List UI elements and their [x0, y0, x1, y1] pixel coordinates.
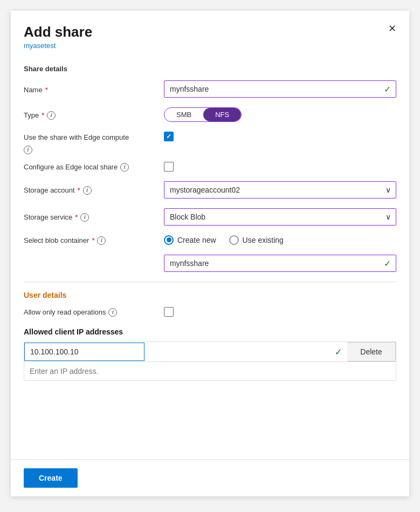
storage-service-select[interactable]: Block Blob — [164, 208, 396, 226]
read-only-row: Allow only read operations i — [24, 307, 396, 317]
storage-account-select[interactable]: mystorageaccount02 — [164, 181, 396, 199]
blob-container-control: Create new Use existing — [164, 235, 396, 245]
ip-row-1: ✓ Delete — [24, 342, 396, 361]
blob-container-label: Select blob container * i — [24, 235, 164, 245]
storage-account-info-icon[interactable]: i — [83, 186, 92, 195]
container-name-row: ✓ — [24, 255, 396, 272]
read-only-control — [164, 307, 396, 317]
ip-delete-button-1[interactable]: Delete — [347, 342, 396, 361]
container-name-spacer — [24, 263, 164, 264]
user-details-section-label: User details — [24, 291, 396, 299]
name-label: Name * — [24, 85, 164, 94]
share-details-section-label: Share details — [24, 65, 396, 73]
create-new-radio[interactable] — [164, 235, 174, 245]
storage-service-control: Block Blob ∨ — [164, 208, 396, 226]
storage-service-required: * — [75, 213, 78, 221]
edge-local-row: Configure as Edge local share i — [24, 162, 396, 172]
storage-account-select-wrapper: mystorageaccount02 ∨ — [164, 181, 396, 199]
storage-account-row: Storage account * i mystorageaccount02 ∨ — [24, 181, 396, 199]
blob-container-row: Select blob container * i Create new Use… — [24, 235, 396, 245]
name-input-wrapper: ✓ — [164, 80, 396, 98]
section-divider — [24, 282, 396, 282]
storage-service-info-icon[interactable]: i — [80, 213, 89, 222]
edge-compute-checkbox[interactable] — [164, 132, 174, 141]
create-new-option[interactable]: Create new — [164, 235, 216, 245]
read-only-checkbox[interactable] — [164, 307, 174, 317]
create-button[interactable]: Create — [24, 468, 78, 488]
name-required: * — [45, 86, 48, 94]
edge-compute-info-icon[interactable]: i — [24, 146, 32, 154]
edge-compute-row: Use the share with Edge compute — [24, 132, 396, 141]
dialog-title: Add share — [24, 24, 396, 40]
type-row: Type * i SMB NFS — [24, 107, 396, 122]
ip-input-1[interactable] — [24, 343, 144, 361]
edge-local-checkbox[interactable] — [164, 162, 174, 172]
name-checkmark: ✓ — [384, 84, 391, 94]
read-only-info-icon[interactable]: i — [108, 308, 117, 317]
storage-service-label: Storage service * i — [24, 212, 164, 222]
name-control: ✓ — [164, 80, 396, 98]
type-required: * — [42, 111, 44, 119]
ip-new-row — [24, 361, 396, 380]
use-existing-label: Use existing — [243, 236, 284, 244]
ip-section: Allowed client IP addresses ✓ Delete — [24, 327, 396, 381]
storage-account-required: * — [78, 186, 80, 194]
use-existing-option[interactable]: Use existing — [229, 235, 284, 245]
close-button[interactable]: ✕ — [386, 22, 398, 36]
container-name-input-wrapper: ✓ — [164, 255, 396, 272]
edge-local-control — [164, 162, 396, 172]
type-smb-option[interactable]: SMB — [164, 108, 203, 121]
dialog-body: Share details Name * ✓ Type * i — [11, 56, 409, 459]
type-toggle-group: SMB NFS — [164, 107, 242, 122]
ip-input-wrapper-1: ✓ — [24, 343, 347, 361]
edge-compute-control — [164, 132, 396, 141]
container-name-input[interactable] — [164, 255, 396, 272]
type-label: Type * i — [24, 110, 164, 120]
name-row: Name * ✓ — [24, 80, 396, 98]
storage-account-control: mystorageaccount02 ∨ — [164, 181, 396, 199]
create-new-label: Create new — [177, 236, 216, 244]
add-share-dialog: Add share myasetest ✕ Share details Name… — [11, 11, 409, 496]
ip-table: ✓ Delete — [24, 342, 396, 381]
ip-new-input[interactable] — [24, 362, 396, 380]
type-info-icon[interactable]: i — [47, 111, 56, 120]
edge-local-label: Configure as Edge local share i — [24, 162, 164, 172]
blob-container-info-icon[interactable]: i — [97, 236, 106, 245]
type-nfs-option[interactable]: NFS — [203, 108, 241, 121]
dialog-footer: Create — [11, 459, 409, 496]
use-existing-radio[interactable] — [229, 235, 239, 245]
blob-container-required: * — [92, 236, 94, 244]
storage-service-row: Storage service * i Block Blob ∨ — [24, 208, 396, 226]
container-name-checkmark: ✓ — [384, 258, 391, 268]
container-name-control: ✓ — [164, 255, 396, 272]
dialog-subtitle: myasetest — [24, 42, 396, 50]
ip-section-label: Allowed client IP addresses — [24, 327, 396, 336]
edge-local-info-icon[interactable]: i — [120, 163, 129, 172]
dialog-header: Add share myasetest ✕ — [11, 11, 409, 56]
storage-service-select-wrapper: Block Blob ∨ — [164, 208, 396, 226]
storage-account-label: Storage account * i — [24, 185, 164, 195]
read-only-label: Allow only read operations i — [24, 307, 164, 317]
ip-1-checkmark: ✓ — [335, 346, 342, 357]
type-control: SMB NFS — [164, 107, 396, 122]
name-input[interactable] — [164, 80, 396, 98]
edge-compute-label: Use the share with Edge compute — [24, 132, 164, 141]
blob-container-radio-group: Create new Use existing — [164, 235, 396, 245]
